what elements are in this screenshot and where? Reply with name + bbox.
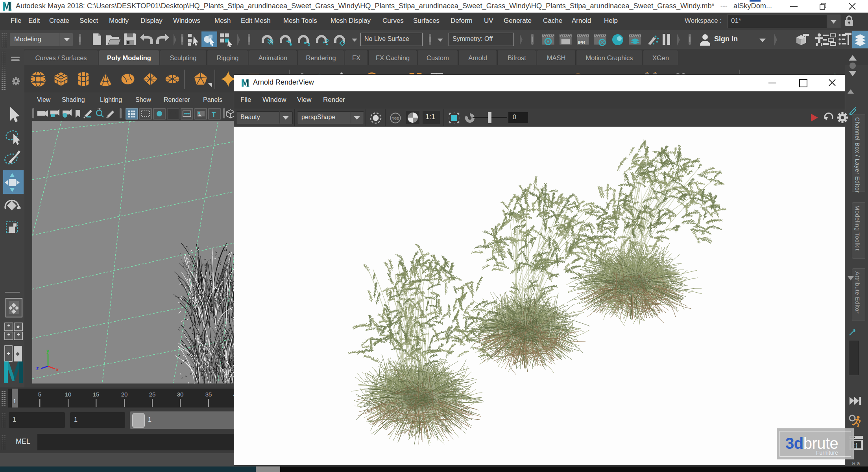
svg-text:x: x [56,367,59,372]
svg-text:y: y [46,348,50,354]
svg-text:IPR: IPR [578,40,585,45]
svg-text:20: 20 [121,391,128,398]
svg-text:RGB: RGB [392,116,399,120]
svg-text:MAYA: MAYA [246,85,249,87]
svg-text:15: 15 [93,391,100,398]
svg-text:5: 5 [38,391,41,398]
svg-text:30: 30 [177,391,184,398]
svg-text:MAYA: MAYA [8,9,12,11]
svg-text:z: z [36,365,39,371]
svg-text:25: 25 [149,391,156,398]
svg-text:T: T [212,111,216,118]
svg-text:10: 10 [65,391,72,398]
svg-text:35: 35 [205,391,212,398]
